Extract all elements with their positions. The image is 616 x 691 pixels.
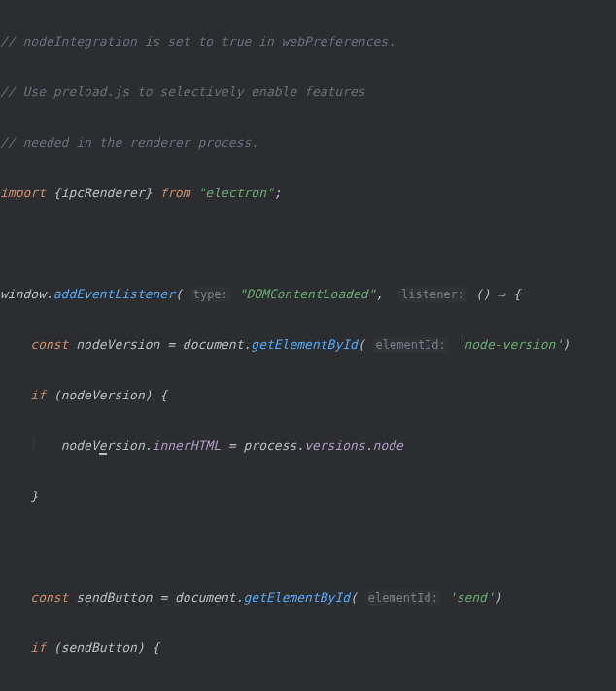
method-call: getElementById	[244, 590, 351, 605]
keyword-if: if	[30, 640, 46, 655]
variable: sendButton	[76, 590, 152, 605]
import-identifier: ipcRenderer	[61, 186, 145, 200]
property: node	[373, 438, 403, 453]
variable: sendButton	[61, 640, 137, 655]
identifier: document	[183, 337, 244, 352]
method-call: getElementById	[251, 337, 358, 352]
parameter-hint: elementId:	[373, 337, 449, 353]
keyword-if: if	[30, 388, 46, 402]
identifier: window	[0, 287, 46, 301]
keyword-from: from	[159, 186, 189, 200]
property: versions	[304, 438, 365, 453]
variable: nodeVersion	[76, 337, 159, 352]
text-cursor: e	[99, 438, 107, 455]
keyword-const: const	[30, 590, 68, 605]
string-literal: 'node-version'	[457, 337, 564, 352]
comment-line: // nodeIntegration is set to true in web…	[0, 34, 395, 49]
parameter-hint: elementId:	[365, 590, 441, 605]
string-literal: 'send'	[449, 590, 495, 605]
identifier: process	[244, 438, 297, 453]
variable: nodeVersion	[61, 438, 145, 455]
keyword-const: const	[30, 337, 68, 352]
code-editor[interactable]: // nodeIntegration is set to true in web…	[0, 0, 616, 691]
parameter-hint: listener:	[398, 287, 467, 302]
keyword-import: import	[0, 186, 46, 200]
method-call: addEventListener	[53, 287, 175, 301]
property: innerHTML	[153, 438, 221, 453]
string-literal: "electron"	[198, 186, 274, 200]
parameter-hint: type:	[190, 287, 231, 302]
variable: nodeVersion	[61, 388, 145, 402]
close-brace: }	[30, 489, 38, 503]
identifier: document	[175, 590, 236, 605]
comment-line: // Use preload.js to selectively enable …	[0, 85, 365, 99]
string-literal: "DOMContentLoaded"	[239, 287, 376, 301]
comment-line: // needed in the renderer process.	[0, 135, 258, 150]
